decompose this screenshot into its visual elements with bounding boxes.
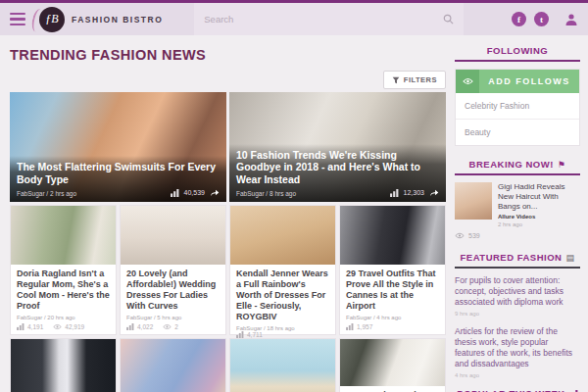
article-byline: FabSugar / 2 hrs ago bbox=[17, 190, 76, 197]
twitter-icon[interactable]: t bbox=[534, 12, 549, 26]
popular-week-heading: POPULAR THIS WEEK bbox=[455, 388, 580, 392]
logo-icon: ƒB bbox=[39, 7, 65, 32]
article-card-kendall[interactable]: Kendall Jenner Wears a Full Rainbow's Wo… bbox=[229, 205, 336, 335]
chart-icon bbox=[236, 331, 244, 338]
funnel-icon bbox=[392, 76, 400, 84]
stat-value: 1,957 bbox=[357, 323, 372, 330]
article-title: Here's Why Meghan bbox=[340, 386, 445, 392]
article-photo bbox=[11, 339, 116, 392]
breaking-now-heading: BREAKING NOW! ⚑ bbox=[455, 159, 580, 170]
filters-label: FILTERS bbox=[404, 75, 437, 84]
article-card-wedding-dresses[interactable]: 20 Lovely (and Affordable!) Wedding Dres… bbox=[120, 205, 226, 335]
article-thumbnail bbox=[455, 182, 492, 220]
article-title: Articles for the review of the thesis wo… bbox=[455, 326, 580, 369]
hamburger-menu-icon[interactable] bbox=[10, 13, 25, 26]
card-overlay: The Most Flattering Swimsuits For Every … bbox=[10, 156, 226, 202]
sidebar: FOLLOWING ADD FOLLOWS Celebrity Fashion … bbox=[455, 43, 580, 392]
chart-icon bbox=[346, 323, 354, 330]
brand-logo[interactable]: ƒB FASHION BISTRO bbox=[39, 7, 163, 32]
view-count: 539 bbox=[468, 232, 480, 239]
stat-value: 4,022 bbox=[137, 323, 153, 330]
featured-fashion-label: FEATURED FASHION bbox=[461, 252, 563, 263]
search-icon[interactable] bbox=[443, 14, 454, 24]
article-title: 29 Travel Outfits That Prove All the Sty… bbox=[346, 269, 439, 312]
brand-name: FASHION BISTRO bbox=[72, 15, 163, 24]
article-title: Kendall Jenner Wears a Full Rainbow's Wo… bbox=[236, 269, 329, 322]
article-card-doria[interactable]: Doria Ragland Isn't a Regular Mom, She's… bbox=[10, 205, 117, 335]
card-overlay: 10 Fashion Trends We're Kissing Goodbye … bbox=[229, 144, 446, 202]
view-count: 12,303 bbox=[404, 189, 424, 196]
article-grid: Doria Ragland Isn't a Regular Mom, She's… bbox=[10, 205, 446, 335]
search-input[interactable] bbox=[204, 14, 443, 24]
app-header: ƒB FASHION BISTRO f t bbox=[0, 3, 588, 35]
featured-card-trends[interactable]: 10 Fashion Trends We're Kissing Goodbye … bbox=[229, 92, 446, 202]
article-card[interactable] bbox=[229, 338, 336, 392]
stat-value: 2 bbox=[174, 323, 178, 330]
article-photo bbox=[121, 339, 225, 392]
article-card-meghan[interactable]: Here's Why Meghan bbox=[339, 338, 446, 392]
alert-flag-icon: ⚑ bbox=[558, 160, 566, 170]
article-photo bbox=[340, 339, 445, 386]
article-card-travel-outfits[interactable]: 29 Travel Outfits That Prove All the Sty… bbox=[339, 205, 446, 335]
search-box bbox=[194, 3, 464, 35]
document-icon: ▤ bbox=[565, 253, 574, 263]
article-photo bbox=[11, 206, 116, 265]
article-title: Doria Ragland Isn't a Regular Mom, She's… bbox=[17, 269, 110, 312]
article-meta: 9 hrs ago bbox=[455, 311, 580, 317]
article-grid-bottom: Here's Why Meghan bbox=[10, 338, 446, 392]
eye-icon bbox=[456, 70, 479, 93]
featured-card-swimsuits[interactable]: The Most Flattering Swimsuits For Every … bbox=[10, 92, 226, 202]
article-author: Allure Videos bbox=[498, 214, 580, 220]
article-byline: FabSugar / 20 hrs ago bbox=[17, 315, 110, 320]
breaking-article[interactable]: Gigi Hadid Reveals New Haircut With Bang… bbox=[455, 182, 580, 227]
following-heading: FOLLOWING bbox=[455, 45, 580, 56]
breaking-now-label: BREAKING NOW! bbox=[469, 159, 554, 170]
following-box: ADD FOLLOWS Celebrity Fashion Beauty bbox=[455, 69, 580, 146]
facebook-icon[interactable]: f bbox=[512, 12, 526, 26]
page-title: TRENDING FASHION NEWS bbox=[10, 47, 446, 63]
eye-icon bbox=[53, 323, 62, 330]
featured-article[interactable]: For pupils to cover attention: concept, … bbox=[455, 275, 580, 317]
article-byline: FabSugar / 5 hrs ago bbox=[126, 315, 220, 320]
share-icon[interactable] bbox=[210, 188, 220, 197]
user-account-icon[interactable] bbox=[564, 13, 578, 26]
article-title: Gigi Hadid Reveals New Haircut With Bang… bbox=[498, 182, 580, 212]
chart-icon bbox=[126, 323, 134, 330]
add-follows-button[interactable]: ADD FOLLOWS bbox=[456, 70, 579, 93]
view-count: 40,539 bbox=[184, 189, 205, 196]
filters-row: FILTERS bbox=[10, 71, 446, 90]
chart-icon bbox=[390, 189, 399, 197]
article-card[interactable] bbox=[10, 338, 117, 392]
featured-grid: The Most Flattering Swimsuits For Every … bbox=[10, 92, 446, 202]
add-follows-label: ADD FOLLOWS bbox=[479, 76, 579, 86]
divider bbox=[455, 173, 580, 175]
breaking-article-stats: 539 bbox=[455, 232, 580, 239]
article-photo bbox=[340, 206, 445, 265]
article-time: 2 hrs ago bbox=[498, 221, 580, 227]
article-title: The Most Flattering Swimsuits For Every … bbox=[17, 161, 220, 185]
article-title: 10 Fashion Trends We're Kissing Goodbye … bbox=[236, 149, 439, 185]
featured-fashion-heading: FEATURED FASHION ▤ bbox=[455, 252, 580, 263]
follow-item-beauty[interactable]: Beauty bbox=[456, 120, 579, 145]
divider bbox=[455, 60, 580, 62]
filters-button[interactable]: FILTERS bbox=[383, 71, 446, 89]
stat-value: 4,711 bbox=[247, 331, 263, 338]
divider bbox=[455, 267, 580, 269]
popular-week-label: POPULAR THIS WEEK bbox=[457, 388, 564, 392]
eye-icon bbox=[163, 323, 172, 330]
article-byline: FabSugar / 4 hrs ago bbox=[346, 315, 439, 320]
eye-icon bbox=[455, 232, 465, 239]
article-card[interactable] bbox=[120, 338, 226, 392]
page-content: TRENDING FASHION NEWS FILTERS The Most F… bbox=[0, 35, 588, 392]
article-meta: 4 hrs ago bbox=[455, 372, 580, 378]
chart-icon bbox=[17, 323, 24, 330]
share-icon[interactable] bbox=[429, 188, 439, 197]
featured-article[interactable]: Articles for the review of the thesis wo… bbox=[455, 326, 580, 378]
chart-icon bbox=[171, 189, 179, 197]
article-title: For pupils to cover attention: concept, … bbox=[455, 275, 580, 308]
article-photo bbox=[230, 339, 335, 392]
article-photo bbox=[230, 206, 335, 265]
article-byline: FabSugar / 8 hrs ago bbox=[236, 190, 296, 197]
follow-item-celebrity-fashion[interactable]: Celebrity Fashion bbox=[456, 93, 579, 120]
main-column: TRENDING FASHION NEWS FILTERS The Most F… bbox=[10, 43, 446, 392]
